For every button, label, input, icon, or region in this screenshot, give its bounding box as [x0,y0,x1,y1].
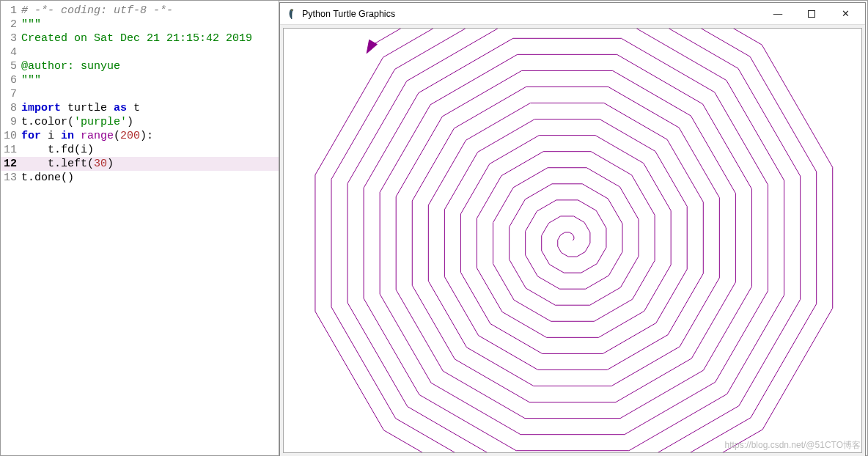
code-line[interactable]: 2""" [1,18,279,32]
code-text: t.done() [21,171,279,185]
code-line[interactable]: 7 [1,87,279,101]
line-number: 13 [1,171,21,185]
line-number: 11 [1,143,21,157]
maximize-button[interactable] [795,3,828,25]
line-number: 6 [1,73,21,87]
code-line[interactable]: 6""" [1,73,279,87]
minimize-button[interactable]: — [761,3,795,25]
line-number: 9 [1,115,21,129]
maximize-icon [808,10,815,18]
code-text: for i in range(200): [21,129,279,143]
code-text: t.left(30) [21,157,279,171]
window-titlebar[interactable]: Python Turtle Graphics — ✕ [280,3,865,25]
code-text: Created on Sat Dec 21 21:15:42 2019 [21,32,279,45]
line-number: 7 [1,87,21,101]
code-line[interactable]: 9t.color('purple') [1,115,279,129]
code-line[interactable]: 3Created on Sat Dec 21 21:15:42 2019 [1,32,279,45]
code-text: """ [21,18,279,32]
turtle-canvas-area [283,28,862,453]
line-number: 4 [1,45,21,59]
code-line[interactable]: 8import turtle as t [1,101,279,115]
code-line[interactable]: 13t.done() [1,171,279,185]
line-number: 10 [1,129,21,143]
line-number: 5 [1,59,21,73]
code-text: # -*- coding: utf-8 -*- [21,4,279,18]
line-number: 1 [1,4,21,18]
code-text: t.color('purple') [21,115,279,129]
svg-rect-0 [809,10,815,17]
spiral-path [315,29,833,452]
code-line[interactable]: 10for i in range(200): [1,129,279,143]
code-line[interactable]: 12 t.left(30) [1,157,279,171]
code-line[interactable]: 1# -*- coding: utf-8 -*- [1,4,279,18]
code-text: import turtle as t [21,101,279,115]
code-text: @author: sunyue [21,59,279,73]
line-number: 2 [1,18,21,32]
turtle-cursor-icon [367,40,377,53]
code-editor[interactable]: 1# -*- coding: utf-8 -*-2"""3Created on … [1,1,279,455]
code-line[interactable]: 4 [1,45,279,59]
turtle-canvas [284,29,861,452]
code-text: t.fd(i) [21,143,279,157]
window-title: Python Turtle Graphics [302,9,761,19]
line-number: 3 [1,32,21,45]
turtle-window: Python Turtle Graphics — ✕ [279,2,866,456]
python-feather-icon [286,8,298,20]
line-number: 8 [1,101,21,115]
window-buttons: — ✕ [761,3,862,25]
code-line[interactable]: 5@author: sunyue [1,59,279,73]
close-button[interactable]: ✕ [828,3,862,25]
code-text [21,87,279,101]
code-text [21,45,279,59]
line-number: 12 [1,157,21,171]
code-text: """ [21,73,279,87]
code-line[interactable]: 11 t.fd(i) [1,143,279,157]
